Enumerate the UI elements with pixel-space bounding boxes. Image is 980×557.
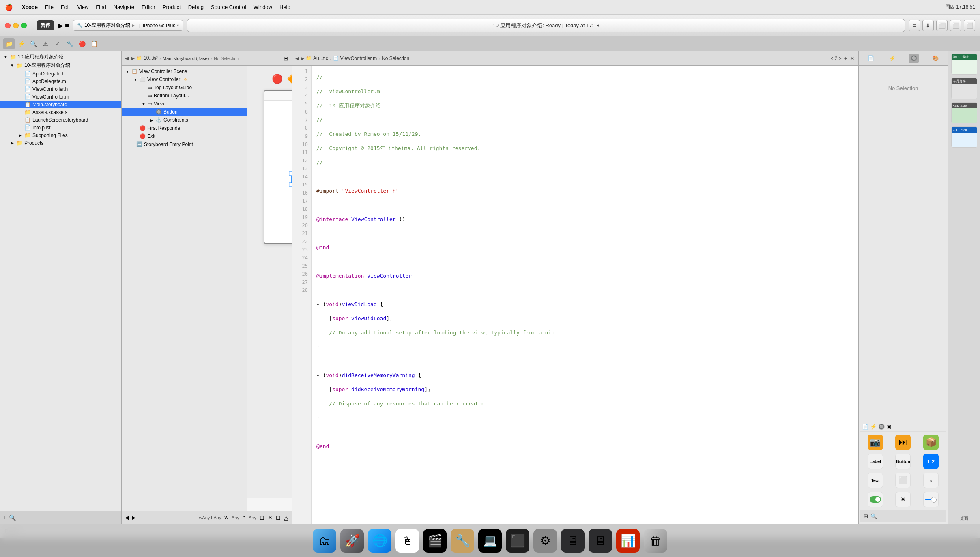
tab-issue-navigator[interactable]: ⚠: [40, 38, 51, 49]
tab-debug-navigator[interactable]: 🔧: [64, 38, 75, 49]
menu-window[interactable]: Window: [254, 4, 272, 10]
tree-appdelegate-m[interactable]: 📄 AppDelegate.m: [0, 77, 121, 85]
dock-monitor2[interactable]: 🖥: [589, 529, 612, 553]
obj-switch-item[interactable]: ⬜: [890, 471, 917, 489]
desktop-label[interactable]: 桌面: [960, 516, 968, 521]
scene-item-exit[interactable]: 🔴 Exit: [122, 132, 247, 140]
inspector-bottom-zoom[interactable]: 🔍: [870, 513, 877, 519]
selected-button-canvas[interactable]: Button: [291, 174, 292, 184]
panel-thumb-png1[interactable]: 车丹分享: [951, 78, 977, 99]
tree-viewcontroller-h[interactable]: 📄 ViewController.h: [0, 85, 121, 93]
obj-12-item[interactable]: 1 2: [918, 452, 944, 470]
vc-icon-warning[interactable]: 🔴: [272, 74, 283, 84]
menu-file[interactable]: File: [45, 4, 54, 10]
close-button[interactable]: [5, 23, 11, 28]
close-editor-icon[interactable]: ✕: [850, 55, 855, 62]
menu-editor[interactable]: Editor: [142, 4, 155, 10]
stop-button[interactable]: ■: [65, 21, 69, 30]
dock-launchpad[interactable]: 🚀: [340, 529, 364, 553]
run-button[interactable]: ▶: [58, 21, 63, 30]
editor-forward[interactable]: ▶: [301, 56, 304, 61]
scene-item-vc[interactable]: ▼ ⬜ View Controller ⚠: [122, 75, 247, 84]
apple-menu[interactable]: 🍎: [5, 3, 13, 11]
scene-item-vc-scene[interactable]: ▼ 📋 View Controller Scene: [122, 67, 247, 75]
filter-icon[interactable]: 🔍: [9, 514, 16, 521]
scene-item-entry-point[interactable]: ➡️ Storyboard Entry Point: [122, 140, 247, 148]
height-size-btn[interactable]: h: [243, 514, 245, 521]
inspector-tab-identity[interactable]: 🔘: [909, 54, 919, 63]
tree-supporting-files[interactable]: ▶ 📁 Supporting Files: [0, 131, 121, 139]
panel-thumb-xlsx[interactable]: 第13...业绩: [951, 54, 977, 75]
menu-edit[interactable]: Edit: [61, 4, 70, 10]
inspector-tab-attributes[interactable]: 🎨: [931, 54, 940, 63]
obj-tab-files[interactable]: 📄: [862, 424, 868, 430]
add-file-button[interactable]: +: [3, 514, 6, 521]
resolve-btn[interactable]: △: [284, 514, 288, 521]
navigator-toggle[interactable]: ≡: [909, 20, 920, 31]
dock-accessibility[interactable]: 🖱: [395, 529, 419, 553]
tree-app-group[interactable]: ▼ 📁 10-应用程序对象介绍: [0, 61, 121, 70]
tree-main-storyboard[interactable]: 📋 Main.storyboard: [0, 101, 121, 108]
split-editor-icon[interactable]: ⊞: [284, 55, 288, 62]
tab-breakpoint-navigator[interactable]: 🔴: [76, 38, 88, 49]
editor-back[interactable]: ◀: [295, 56, 299, 61]
scheme-selector[interactable]: 🔧 10-应用程序对象介绍 ▶ | iPhone 6s Plus ▾: [73, 20, 183, 31]
debug-toggle[interactable]: ⬇: [922, 20, 934, 31]
obj-spinner-item[interactable]: ✴: [890, 491, 917, 508]
obj-tab-media[interactable]: 🔘: [878, 424, 885, 430]
pause-button[interactable]: 暂停: [37, 20, 54, 30]
dock-prefs[interactable]: ⚙: [533, 529, 557, 553]
menu-navigate[interactable]: Navigate: [114, 4, 134, 10]
tree-appdelegate-h[interactable]: 📄 AppDelegate.h: [0, 70, 121, 77]
editor-content-area[interactable]: 12345 678910 1112131415 1617181920 21222…: [292, 66, 858, 524]
scene-item-constraints[interactable]: ▶ ⚓ Constraints: [122, 116, 247, 124]
scene-item-top-layout[interactable]: ▭ Top Layout Guide: [122, 84, 247, 92]
panel-thumb-zj[interactable]: ZJL...etail: [951, 126, 977, 148]
tab-test-navigator[interactable]: ✓: [52, 38, 63, 49]
scene-item-view[interactable]: ▼ ▭ View: [122, 100, 247, 108]
menu-xcode[interactable]: Xcode: [22, 4, 38, 10]
menu-source-control[interactable]: Source Control: [211, 4, 246, 10]
tree-launch-storyboard[interactable]: 📋 LaunchScreen.storyboard: [0, 116, 121, 124]
split-icon[interactable]: +: [844, 55, 847, 62]
back-btn[interactable]: ◀: [125, 515, 129, 521]
dock-tools[interactable]: 🔧: [451, 529, 474, 553]
inspector-bottom-table[interactable]: ⊞: [864, 513, 868, 519]
view-toggle[interactable]: ⬜: [950, 20, 961, 31]
scene-item-first-responder[interactable]: 🔴 First Responder: [122, 124, 247, 132]
dock-movie[interactable]: 🎬: [423, 529, 447, 553]
dock-desktop[interactable]: ⬛: [506, 529, 529, 553]
dock-terminal[interactable]: 💻: [478, 529, 502, 553]
tab-find-navigator[interactable]: 🔍: [28, 38, 39, 49]
menu-help[interactable]: Help: [279, 4, 290, 10]
grid-view-btn[interactable]: ⊞: [260, 514, 264, 521]
view-toggle2[interactable]: ⬜: [964, 20, 975, 31]
obj-text-item[interactable]: Text: [862, 471, 889, 489]
obj-camera[interactable]: 📷: [862, 433, 889, 451]
obj-button-item[interactable]: Button: [890, 452, 917, 470]
inspector-toggle[interactable]: ⬜: [936, 20, 948, 31]
dock-finder[interactable]: 🗂: [313, 529, 336, 553]
storyboard-canvas[interactable]: 🔴 🔶 🔴: [247, 66, 292, 498]
dock-safari[interactable]: 🌐: [368, 529, 391, 553]
obj-toggle-item[interactable]: [862, 491, 889, 508]
code-text[interactable]: // // ViewController.m // 10-应用程序对象介绍 //…: [312, 66, 858, 524]
tab-report-navigator[interactable]: 📋: [88, 38, 100, 49]
tab-symbol-navigator[interactable]: ⚡: [15, 38, 27, 49]
obj-box[interactable]: 📦: [918, 433, 944, 451]
panel-thumb-png2[interactable]: KSI...aster: [951, 102, 977, 123]
nav-forward[interactable]: ▶: [131, 55, 135, 61]
tree-project-root[interactable]: ▼ 📁 10-应用程序对象介绍: [0, 53, 121, 61]
tab-file-navigator[interactable]: 📁: [3, 38, 15, 49]
menu-find[interactable]: Find: [96, 4, 106, 10]
breadcrumb-project[interactable]: Au...tic: [313, 56, 328, 61]
scene-item-button[interactable]: 🔘 Button: [122, 108, 247, 116]
obj-label-item[interactable]: Label: [862, 452, 889, 470]
pin-btn[interactable]: ✕: [268, 514, 273, 521]
breadcrumb-file[interactable]: ViewController.m: [340, 56, 377, 61]
forward-btn[interactable]: ▶: [132, 515, 135, 521]
tree-viewcontroller-m[interactable]: 📄 ViewController.m: [0, 93, 121, 101]
obj-stepper-item[interactable]: ▫: [918, 471, 944, 489]
tree-products[interactable]: ▶ 📁 Products: [0, 139, 121, 147]
obj-tab-objects[interactable]: ▣: [886, 424, 891, 430]
